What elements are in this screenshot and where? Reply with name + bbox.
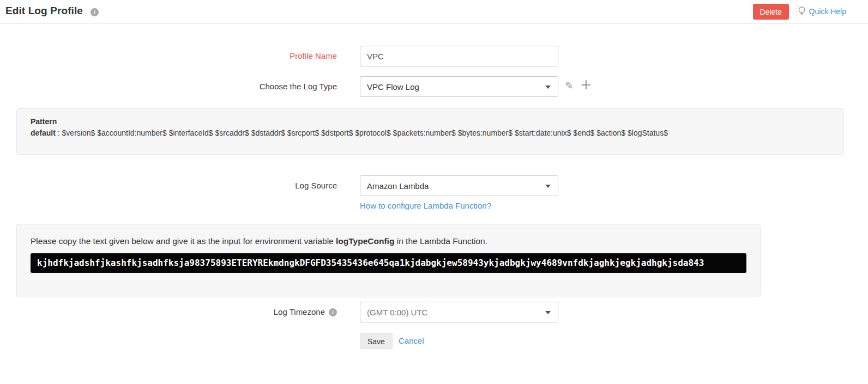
edit-log-type-pencil-icon[interactable]: ✎ (565, 80, 574, 92)
log-timezone-control: (GMT 0:00) UTC (360, 302, 558, 322)
profile-name-control (360, 46, 558, 66)
bulb-icon (798, 6, 806, 16)
log-type-config-token[interactable]: kjhdfkjadshfjkashfkjsadhfksja98375893ETE… (31, 253, 746, 273)
log-timezone-label-wrap: Log Timezone i (0, 302, 337, 322)
pattern-separator: : (56, 129, 62, 137)
quick-help-link[interactable]: Quick Help (798, 6, 846, 16)
log-source-select[interactable]: Amazon Lambda (360, 175, 558, 196)
chevron-down-icon (545, 311, 551, 314)
pattern-default-name: default (31, 129, 56, 137)
lambda-instruction-suffix: in the Lambda Function. (394, 236, 487, 246)
log-source-label: Log Source (0, 175, 337, 196)
cancel-link[interactable]: Cancel (399, 336, 424, 345)
page-title-info-icon[interactable]: i (91, 8, 99, 16)
page-header: Edit Log Profile i Delete Quick Help (0, 0, 868, 24)
log-type-selected-value: VPC Flow Log (367, 82, 419, 92)
lambda-env-variable-name: logTypeConfig (336, 236, 394, 246)
profile-name-label: Profile Name (0, 46, 337, 66)
edit-log-profile-page: Edit Log Profile i Delete Quick Help Pro… (0, 0, 868, 384)
lambda-instruction-text: Please copy the text given below and giv… (31, 236, 760, 246)
log-type-select[interactable]: VPC Flow Log (360, 76, 558, 97)
lambda-instruction-prefix: Please copy the text given below and giv… (31, 236, 336, 246)
chevron-down-icon (545, 185, 551, 188)
log-source-control: Amazon Lambda (360, 175, 558, 196)
log-type-label: Choose the Log Type (0, 76, 337, 97)
lambda-instruction-panel: Please copy the text given below and giv… (16, 224, 761, 297)
log-timezone-selected-value: (GMT 0:00) UTC (367, 308, 427, 317)
pattern-value: $version$ $accountId:number$ $interfaceI… (62, 129, 668, 137)
log-timezone-info-icon[interactable]: i (329, 308, 337, 316)
add-log-type-plus-icon[interactable]: + (580, 76, 592, 93)
profile-name-input[interactable] (360, 46, 558, 66)
log-type-control: VPC Flow Log (360, 76, 558, 97)
log-timezone-label: Log Timezone (274, 302, 325, 322)
page-title: Edit Log Profile (5, 5, 83, 17)
delete-button[interactable]: Delete (753, 4, 789, 20)
lambda-configure-help-link[interactable]: How to configure Lambda Function? (360, 201, 491, 210)
log-source-selected-value: Amazon Lambda (367, 181, 429, 191)
log-timezone-select[interactable]: (GMT 0:00) UTC (360, 302, 558, 322)
chevron-down-icon (545, 86, 551, 89)
pattern-title: Pattern (31, 117, 833, 126)
pattern-panel: Pattern default : $version$ $accountId:n… (16, 108, 844, 155)
save-button[interactable]: Save (360, 333, 393, 349)
pattern-line: default : $version$ $accountId:number$ $… (31, 129, 833, 137)
quick-help-label: Quick Help (809, 7, 846, 16)
